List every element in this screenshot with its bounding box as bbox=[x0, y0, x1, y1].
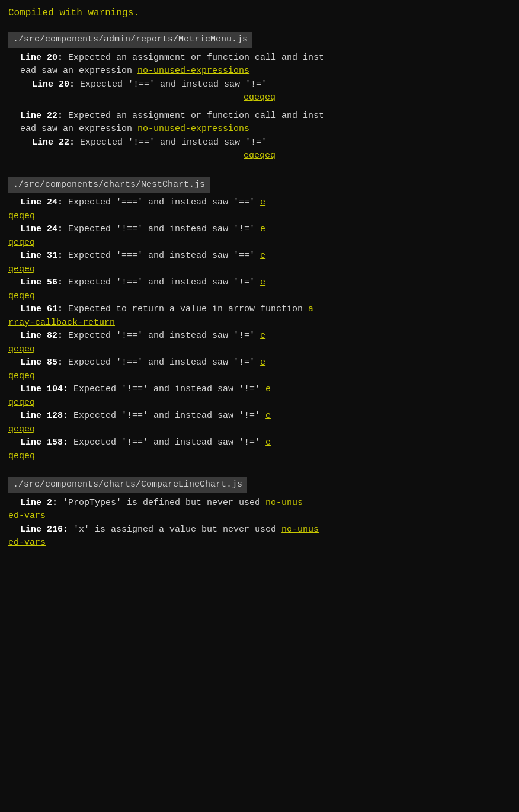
file-header-1: ./src/components/admin/reports/MetricMen… bbox=[8, 32, 252, 48]
line-label: Line 104: bbox=[20, 384, 68, 394]
line-label: Line 31: bbox=[20, 251, 63, 261]
file-header-3: ./src/components/charts/CompareLineChart… bbox=[8, 477, 247, 493]
rule-link[interactable]: no-unus bbox=[265, 498, 303, 508]
rule-link[interactable]: rray-callback-return bbox=[8, 318, 115, 328]
line-entry: Line 104: Expected '!==' and instead saw… bbox=[8, 383, 511, 397]
line-entry: Line 128: Expected '!==' and instead saw… bbox=[8, 410, 511, 423]
rule-link[interactable]: e bbox=[260, 331, 265, 341]
link-line: rray-callback-return bbox=[8, 317, 511, 330]
line-label: Line 128: bbox=[20, 411, 68, 421]
link-line: ed-vars bbox=[8, 510, 511, 523]
line-message: Expected '!==' and instead saw '!=' bbox=[73, 411, 265, 421]
line-entry: Line 24: Expected '===' and instead saw … bbox=[8, 196, 511, 210]
rule-link[interactable]: qeqeq bbox=[8, 398, 35, 408]
rule-link[interactable]: e bbox=[265, 437, 271, 447]
line-label: Line 24: bbox=[20, 224, 63, 234]
rule-link[interactable]: e bbox=[260, 224, 265, 234]
rule-link[interactable]: e bbox=[260, 277, 265, 287]
link-line: eqeqeq bbox=[8, 91, 511, 105]
line-label: Line 82: bbox=[20, 331, 63, 341]
file-header-2: ./src/components/charts/NestChart.js bbox=[8, 177, 210, 193]
rule-link[interactable]: qeqeq bbox=[8, 291, 35, 301]
rule-link[interactable]: qeqeq bbox=[8, 371, 35, 381]
link-line: qeqeq bbox=[8, 370, 511, 383]
rule-link[interactable]: ed-vars bbox=[8, 511, 46, 521]
link-line: qeqeq bbox=[8, 423, 511, 437]
line-entry: Line 82: Expected '!==' and instead saw … bbox=[8, 330, 511, 343]
file-section-3: ./src/components/charts/CompareLineChart… bbox=[8, 477, 511, 550]
rule-link[interactable]: qeqeq bbox=[8, 211, 35, 221]
line-entry: Line 216: 'x' is assigned a value but ne… bbox=[8, 523, 511, 537]
file-section-1: ./src/components/admin/reports/MetricMen… bbox=[8, 32, 511, 163]
rule-link[interactable]: qeqeq bbox=[8, 344, 35, 354]
line-label: Line 22: bbox=[32, 138, 75, 148]
line-message: Expected '!==' and instead saw '!=' bbox=[68, 357, 260, 367]
line-message: Expected '!==' and instead saw '!=' bbox=[68, 277, 260, 287]
line-message: Expected '!==' and instead saw '!=' bbox=[80, 79, 267, 89]
line-label: Line 56: bbox=[20, 277, 63, 287]
line-message: Expected to return a value in arrow func… bbox=[68, 304, 308, 314]
line-label: Line 61: bbox=[20, 304, 63, 314]
compiled-warning: Compiled with warnings. bbox=[8, 6, 511, 20]
line-entry: Line 20: Expected '!==' and instead saw … bbox=[8, 78, 511, 92]
line-label: Line 24: bbox=[20, 197, 63, 207]
line-label: Line 85: bbox=[20, 357, 63, 367]
line-label: Line 22: bbox=[20, 111, 63, 121]
line-label: Line 2: bbox=[20, 498, 57, 508]
line-entry: Line 22: Expected '!==' and instead saw … bbox=[8, 136, 511, 150]
rule-link[interactable]: e bbox=[260, 251, 265, 261]
line-label: Line 158: bbox=[20, 437, 68, 447]
rule-link[interactable]: e bbox=[265, 411, 271, 421]
line-entry: Line 61: Expected to return a value in a… bbox=[8, 303, 511, 317]
line-message: Expected '!==' and instead saw '!=' bbox=[80, 138, 267, 148]
rule-link[interactable]: eqeqeq bbox=[244, 92, 275, 103]
line-entry: Line 56: Expected '!==' and instead saw … bbox=[8, 276, 511, 290]
link-line: qeqeq bbox=[8, 236, 511, 250]
rule-link[interactable]: qeqeq bbox=[8, 424, 35, 434]
line-message: Expected '!==' and instead saw '!=' bbox=[68, 224, 260, 234]
link-line: ed-vars bbox=[8, 536, 511, 550]
line-entry: Line 85: Expected '!==' and instead saw … bbox=[8, 356, 511, 370]
rule-link[interactable]: e bbox=[260, 197, 265, 207]
link-line: qeqeq bbox=[8, 450, 511, 463]
line-message: 'PropTypes' is defined but never used bbox=[63, 498, 265, 508]
line-label: Line 20: bbox=[20, 53, 63, 63]
rule-link[interactable]: no-unused-expressions bbox=[137, 124, 249, 134]
rule-link[interactable]: e bbox=[265, 384, 271, 394]
line-message: Expected '===' and instead saw '==' bbox=[68, 197, 260, 207]
line-label: Line 216: bbox=[20, 525, 68, 535]
rule-link[interactable]: qeqeq bbox=[8, 451, 35, 461]
rule-link[interactable]: e bbox=[260, 357, 265, 367]
rule-link[interactable]: no-unus bbox=[281, 525, 319, 535]
line-entry: Line 22: Expected an assignment or funct… bbox=[8, 110, 511, 136]
file-section-2: ./src/components/charts/NestChart.js Lin… bbox=[8, 177, 511, 463]
line-entry: Line 2: 'PropTypes' is defined but never… bbox=[8, 497, 511, 510]
link-line: eqeqeq bbox=[8, 149, 511, 163]
line-entry: Line 20: Expected an assignment or funct… bbox=[8, 52, 511, 78]
link-line: qeqeq bbox=[8, 263, 511, 277]
line-label: Line 20: bbox=[32, 79, 75, 89]
line-message: Expected '===' and instead saw '==' bbox=[68, 251, 260, 261]
line-message: Expected '!==' and instead saw '!=' bbox=[68, 331, 260, 341]
line-message: 'x' is assigned a value but never used bbox=[73, 525, 281, 535]
rule-link[interactable]: qeqeq bbox=[8, 238, 35, 248]
rule-link[interactable]: ed-vars bbox=[8, 538, 46, 548]
link-line: qeqeq bbox=[8, 210, 511, 223]
line-message: Expected '!==' and instead saw '!=' bbox=[73, 437, 265, 447]
rule-link[interactable]: no-unused-expressions bbox=[137, 66, 249, 76]
link-line: qeqeq bbox=[8, 290, 511, 303]
line-entry: Line 31: Expected '===' and instead saw … bbox=[8, 250, 511, 263]
rule-link[interactable]: eqeqeq bbox=[244, 151, 275, 161]
line-message: Expected '!==' and instead saw '!=' bbox=[73, 384, 265, 394]
rule-link[interactable]: qeqeq bbox=[8, 264, 35, 274]
rule-link[interactable]: a bbox=[308, 304, 313, 314]
line-entry: Line 158: Expected '!==' and instead saw… bbox=[8, 436, 511, 450]
link-line: qeqeq bbox=[8, 343, 511, 357]
line-entry: Line 24: Expected '!==' and instead saw … bbox=[8, 223, 511, 236]
link-line: qeqeq bbox=[8, 397, 511, 410]
